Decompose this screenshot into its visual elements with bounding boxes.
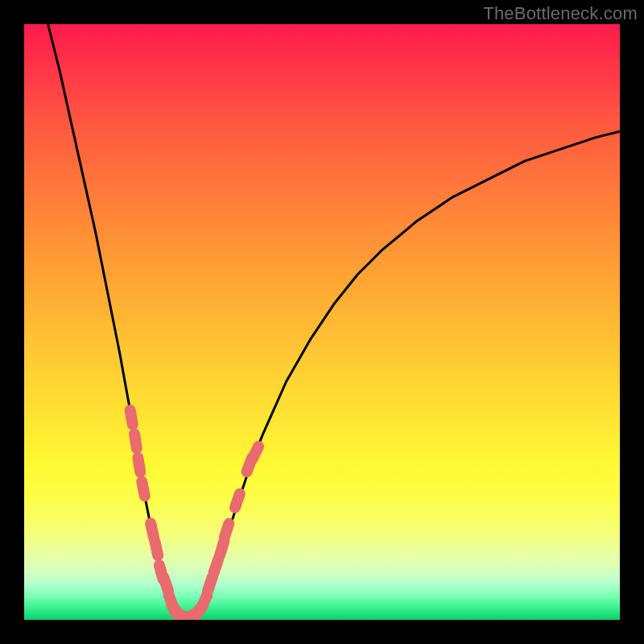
curve-layer xyxy=(48,24,620,617)
chart-svg xyxy=(24,24,620,620)
curve-marker xyxy=(134,434,137,448)
curve-marker xyxy=(151,523,154,538)
curve-marker xyxy=(208,577,213,591)
curve-marker xyxy=(163,577,168,591)
bottleneck-curve xyxy=(48,24,620,617)
curve-marker xyxy=(201,596,207,609)
curve-marker xyxy=(138,458,140,473)
curve-marker xyxy=(252,447,258,460)
curve-marker xyxy=(220,542,224,555)
watermark-text: TheBottleneck.com xyxy=(483,3,638,24)
curve-marker xyxy=(130,411,133,425)
curve-marker xyxy=(225,523,229,537)
chart-frame: TheBottleneck.com xyxy=(0,0,644,644)
curve-marker xyxy=(213,559,218,573)
curve-marker xyxy=(155,541,158,555)
plot-area xyxy=(24,24,620,620)
curve-marker xyxy=(235,493,240,507)
curve-marker xyxy=(142,481,145,496)
